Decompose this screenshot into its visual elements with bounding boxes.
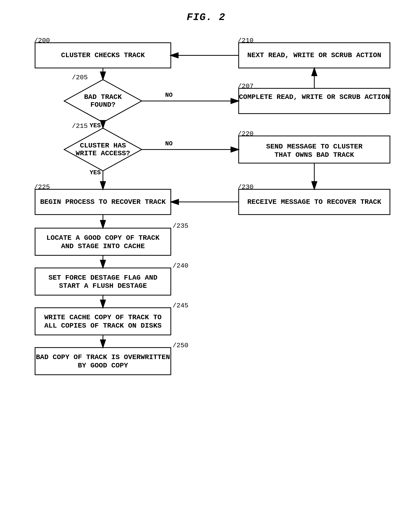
label-250b: BY GOOD COPY [78, 361, 128, 370]
page-title: FIG. 2 [187, 12, 225, 23]
label-205a: BAD TRACK [84, 93, 122, 101]
ref-230: /230 [238, 183, 254, 191]
label-215a: CLUSTER HAS [80, 142, 126, 150]
ref-220: /220 [238, 130, 254, 138]
ref-215: /215 [72, 123, 88, 130]
label-230: RECEIVE MESSAGE TO RECOVER TRACK [247, 198, 381, 206]
ref-207: /207 [238, 83, 254, 90]
ref-200: /200 [34, 37, 50, 44]
label-240a: SET FORCE DESTAGE FLAG AND [48, 274, 157, 282]
label-220b: THAT OWNS BAD TRACK [275, 151, 354, 159]
ref-205: /205 [72, 74, 88, 81]
ref-240: /240 [173, 262, 188, 269]
label-225: BEGIN PROCESS TO RECOVER TRACK [40, 198, 166, 206]
ref-235: /235 [173, 222, 188, 230]
ref-250: /250 [173, 342, 188, 349]
label-250a: BAD COPY OF TRACK IS OVERWRITTEN [36, 353, 170, 361]
label-no-205: NO [165, 92, 173, 99]
flowchart: CLUSTER CHECKS TRACK /200 NEXT READ, WRI… [0, 27, 412, 532]
label-210: NEXT READ, WRITE OR SCRUB ACTION [247, 51, 381, 59]
label-yes-205: YES [90, 122, 101, 129]
label-245a: WRITE CACHE COPY OF TRACK TO [44, 314, 161, 321]
ref-225: /225 [34, 183, 50, 191]
label-235a: LOCATE A GOOD COPY OF TRACK [46, 234, 160, 242]
label-245b: ALL COPIES OF TRACK ON DISKS [44, 322, 161, 330]
ref-245: /245 [173, 302, 188, 309]
label-215b: WRITE ACCESS? [76, 149, 130, 157]
label-235b: AND STAGE INTO CACHE [61, 242, 145, 250]
label-205b: FOUND? [91, 101, 116, 109]
label-200: CLUSTER CHECKS TRACK [61, 51, 145, 59]
label-yes-215: YES [90, 169, 101, 176]
label-no-215: NO [165, 140, 173, 147]
label-207a: COMPLETE READ, WRITE OR SCRUB ACTION [239, 93, 390, 101]
label-220a: SEND MESSAGE TO CLUSTER [266, 142, 363, 151]
label-240b: START A FLUSH DESTAGE [59, 282, 147, 290]
ref-210: /210 [238, 37, 254, 44]
